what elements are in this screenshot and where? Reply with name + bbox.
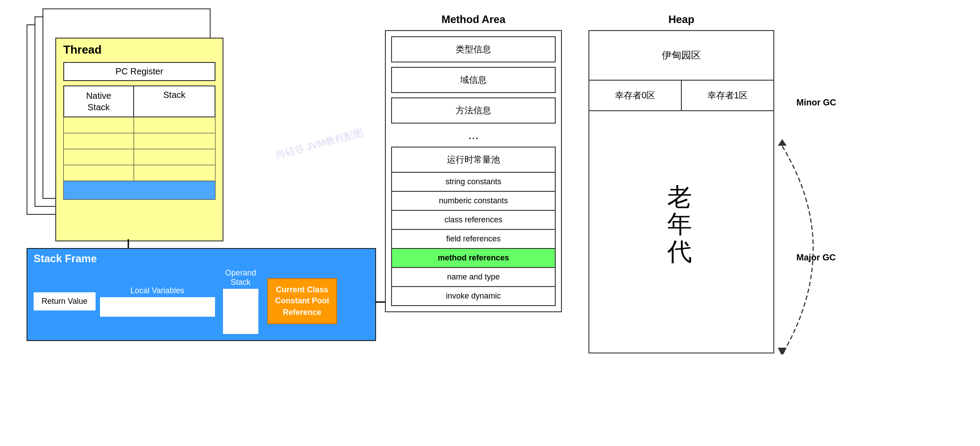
stack-frame-label: Stack Frame — [27, 249, 375, 268]
local-var-cell-2 — [123, 297, 146, 317]
local-var-cell-4 — [169, 297, 192, 317]
pc-register: PC Register — [63, 62, 215, 81]
local-var-cell-1 — [100, 297, 123, 317]
ma-dots: ... — [391, 128, 556, 142]
method-area-title: Method Area — [385, 13, 562, 26]
heap-box: 伊甸园区 幸存者0区 幸存者1区 老年代 — [588, 30, 774, 353]
thread-inner-rows — [63, 117, 215, 181]
ma-type-info: 类型信息 — [391, 36, 556, 62]
pool-name-and-type: name and type — [391, 268, 556, 287]
survivor1: 幸存者1区 — [682, 81, 773, 110]
heap-title: Heap — [588, 13, 774, 26]
native-stack-box: NativeStack — [63, 85, 134, 117]
pool-numberic-constants: numberic constants — [391, 192, 556, 211]
local-vars-section: Local Variables — [100, 286, 215, 317]
operand-cell-2 — [223, 304, 258, 319]
return-value-box: Return Value — [34, 292, 96, 310]
pool-field-references: field references — [391, 230, 556, 249]
method-area-section: Method Area 类型信息 域信息 方法信息 ... 运行时常量池 str… — [385, 13, 562, 312]
operand-cells — [223, 289, 258, 334]
thread-box: Thread PC Register NativeStack Stack — [55, 38, 223, 241]
local-vars-cells — [100, 297, 215, 317]
method-area-box: 类型信息 域信息 方法信息 ... 运行时常量池 string constant… — [385, 30, 562, 312]
stack-frame-inner: Return Value Local Variables OperandStac… — [27, 268, 375, 334]
operand-cell-3 — [223, 319, 258, 334]
stack-box: Stack — [134, 85, 215, 117]
thread-label: Thread — [56, 39, 223, 59]
local-var-cell-5 — [192, 297, 215, 317]
local-var-cell-3 — [146, 297, 169, 317]
pool-method-references: method references — [391, 249, 556, 268]
operand-label: OperandStack — [225, 268, 256, 287]
eden-area: 伊甸园区 — [589, 31, 773, 81]
native-stack-row: NativeStack Stack — [63, 85, 215, 117]
svg-marker-4 — [778, 348, 787, 354]
ma-method-info: 方法信息 — [391, 97, 556, 124]
pool-string-constants: string constants — [391, 173, 556, 192]
diagram: Thread PC Register NativeStack Stack — [0, 0, 980, 446]
ma-domain-info: 域信息 — [391, 67, 556, 93]
dashed-arc — [773, 27, 862, 354]
old-gen-area: 老年代 — [589, 111, 773, 337]
current-class-box: Current ClassConstant PoolReference — [267, 278, 337, 324]
operand-section: OperandStack — [223, 268, 258, 334]
runtime-pool-label: 运行时常量池 — [391, 147, 556, 173]
heap-section: Heap 伊甸园区 幸存者0区 幸存者1区 老年代 — [588, 13, 774, 353]
pool-class-references: class references — [391, 211, 556, 230]
watermark: 尚硅谷 JVM教程配图 — [274, 126, 365, 162]
svg-marker-5 — [778, 139, 787, 146]
operand-cell-1 — [223, 289, 258, 304]
blue-highlight-block — [63, 181, 215, 200]
pool-invoke-dynamic: invoke dynamic — [391, 287, 556, 306]
stack-frame-box: Stack Frame Return Value Local Variables… — [27, 248, 376, 341]
survivor-row: 幸存者0区 幸存者1区 — [589, 81, 773, 111]
old-gen-text: 老年代 — [667, 183, 696, 265]
local-vars-label: Local Variables — [131, 286, 184, 295]
survivor0: 幸存者0区 — [589, 81, 682, 110]
